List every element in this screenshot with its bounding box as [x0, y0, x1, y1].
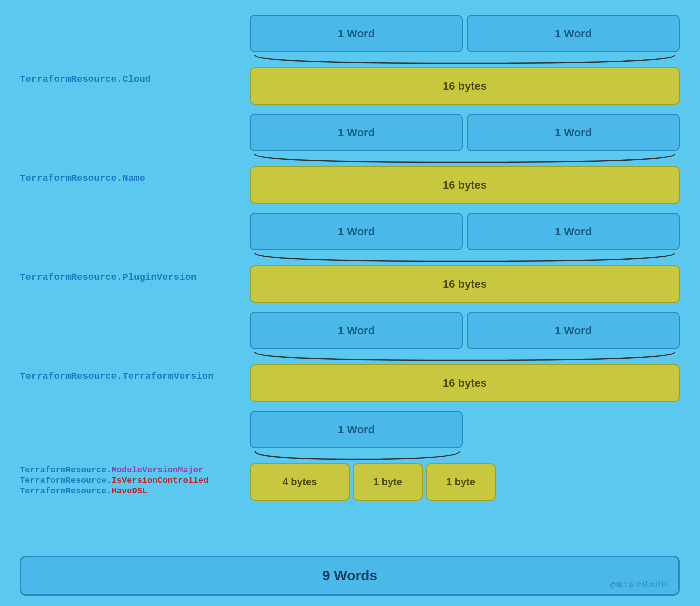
- tf-word-box-2: 1 Word: [467, 312, 680, 350]
- footer-text: 9 Words: [322, 568, 378, 584]
- name-word-row: 1 Word 1 Word: [250, 114, 680, 152]
- name-brace: [250, 154, 680, 164]
- tf-section: TerraformResource.TerraformVersion 16 by…: [20, 352, 680, 412]
- last-brace-svg: [250, 450, 465, 462]
- cloud-section: TerraformResource.Cloud 16 bytes: [20, 54, 680, 115]
- last-sub-box-4bytes: 4 bytes: [250, 464, 350, 501]
- top-word-box-2: 1 Word: [467, 15, 680, 52]
- top-boxes-area: 1 Word 1 Word: [250, 15, 680, 54]
- last-sub-box-1byte-1: 1 byte: [353, 464, 423, 501]
- tf-bytes-box: 16 bytes: [250, 364, 680, 402]
- tf-word-box-1: 1 Word: [250, 312, 463, 350]
- tf-word-row: 1 Word 1 Word: [250, 312, 680, 350]
- main-content: 1 Word 1 Word TerraformResource.Cloud 16…: [20, 15, 680, 551]
- plugin-label-area: TerraformResource.PluginVersion: [20, 252, 250, 302]
- top-word-row: 1 Word 1 Word: [250, 15, 680, 52]
- plugin-brace: [250, 252, 680, 264]
- top-word-box-1: 1 Word: [250, 15, 463, 52]
- last-single-word-row: 1 Word: [250, 411, 680, 448]
- name-bytes-box: 16 bytes: [250, 166, 680, 204]
- name-section: TerraformResource.Name 16 bytes: [20, 154, 680, 214]
- watermark: @稀土掘金技术社区: [610, 580, 668, 590]
- last-boxes: 4 bytes 1 byte 1 byte: [250, 450, 680, 501]
- last-multi-label: TerraformResource.ModuleVersionMajor Ter…: [20, 466, 208, 496]
- tf-label-area: TerraformResource.TerraformVersion: [20, 352, 250, 402]
- plugin-top-section: 1 Word 1 Word: [20, 213, 680, 252]
- footer: 9 Words @稀土掘金技术社区: [20, 556, 680, 596]
- last-label-2: TerraformResource.IsVersionControlled: [20, 476, 208, 486]
- plugin-word-box-2: 1 Word: [467, 213, 680, 250]
- name-label: TerraformResource.Name: [20, 173, 146, 184]
- plugin-boxes: 16 bytes: [250, 252, 680, 313]
- name-label-area: TerraformResource.Name: [20, 154, 250, 204]
- name-boxes: 16 bytes: [250, 154, 680, 214]
- tf-top-section: 1 Word 1 Word: [20, 312, 680, 352]
- name-word-box-1: 1 Word: [250, 114, 463, 152]
- cloud-label: TerraformResource.Cloud: [20, 74, 151, 85]
- cloud-boxes: 16 bytes: [250, 54, 680, 115]
- last-single-word-box: 1 Word: [250, 411, 463, 448]
- last-label-area: TerraformResource.ModuleVersionMajor Ter…: [20, 450, 250, 496]
- plugin-top-boxes: 1 Word 1 Word: [250, 213, 680, 252]
- plugin-word-box-1: 1 Word: [250, 213, 463, 250]
- name-brace-svg: [250, 154, 680, 164]
- cloud-brace: [250, 54, 680, 66]
- plugin-word-row: 1 Word 1 Word: [250, 213, 680, 250]
- tf-top-boxes: 1 Word 1 Word: [250, 312, 680, 352]
- last-top-section: 1 Word: [20, 411, 680, 450]
- plugin-brace-svg: [250, 252, 680, 264]
- tf-brace-svg: [250, 352, 680, 362]
- last-top-boxes: 1 Word: [250, 411, 680, 450]
- plugin-section: TerraformResource.PluginVersion 16 bytes: [20, 252, 680, 313]
- last-sub-boxes-row: 4 bytes 1 byte 1 byte: [250, 464, 680, 501]
- cloud-label-area: TerraformResource.Cloud: [20, 54, 250, 104]
- name-word-box-2: 1 Word: [467, 114, 680, 152]
- last-section: TerraformResource.ModuleVersionMajor Ter…: [20, 450, 680, 501]
- tf-boxes: 16 bytes: [250, 352, 680, 412]
- name-top-section: 1 Word 1 Word: [20, 114, 680, 154]
- plugin-label: TerraformResource.PluginVersion: [20, 272, 196, 283]
- cloud-bytes-box: 16 bytes: [250, 68, 680, 105]
- top-section: 1 Word 1 Word: [20, 15, 680, 54]
- last-label-1: TerraformResource.ModuleVersionMajor: [20, 466, 208, 475]
- tf-label: TerraformResource.TerraformVersion: [20, 371, 214, 382]
- last-sub-box-1byte-2: 1 byte: [426, 464, 496, 501]
- plugin-bytes-box: 16 bytes: [250, 266, 680, 303]
- name-top-boxes: 1 Word 1 Word: [250, 114, 680, 154]
- tf-brace: [250, 352, 680, 362]
- last-brace: [250, 450, 465, 462]
- last-label-3: TerraformResource.HaveDSL: [20, 486, 208, 496]
- cloud-brace-svg: [250, 54, 680, 66]
